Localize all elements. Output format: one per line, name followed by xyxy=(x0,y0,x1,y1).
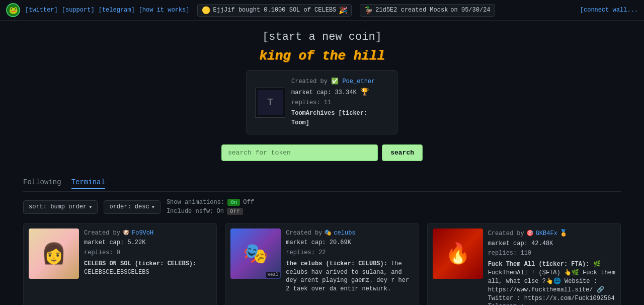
nsfw-off-toggle[interactable]: Off xyxy=(227,208,243,215)
tab-following[interactable]: Following xyxy=(23,178,61,189)
market-cap-celubs: market cap: 20.69K xyxy=(286,238,413,248)
nav-links: [twitter] [support] [telegram] [how it w… xyxy=(25,7,189,14)
tab-terminal[interactable]: Terminal xyxy=(71,178,105,189)
creator-emoji-fta: 🎯 xyxy=(526,229,534,239)
show-animations-row: Show animations: On Off xyxy=(167,199,254,206)
start-coin-button[interactable]: [start a new coin] xyxy=(262,31,382,43)
king-creator-name[interactable]: Poe_ether xyxy=(342,78,375,85)
verify-icon: ✅ xyxy=(331,78,339,85)
ticker-text-1: 21d5E2 created Moosk xyxy=(375,7,448,14)
search-button[interactable]: search xyxy=(382,144,423,161)
desc-celubs: the celubs (ticker: CELUBS): the celubs … xyxy=(286,260,413,293)
ticker-emoji-left-0: 🟡 xyxy=(202,6,210,15)
king-replies: replies: 11 xyxy=(291,98,389,108)
sort-order-button[interactable]: sort: bump order ▾ xyxy=(23,200,98,214)
king-card-image: T xyxy=(255,88,285,118)
coin-image-celebs: 👩 xyxy=(29,228,79,279)
creator-name-celubs[interactable]: celubs xyxy=(334,228,355,238)
market-cap-fta: market cap: 42.48K xyxy=(488,239,615,249)
main-content: [start a new coin] king of the hill T Cr… xyxy=(0,21,644,178)
king-card[interactable]: T Created by ✅ Poe_ether market cap: 33.… xyxy=(247,70,397,134)
king-title: king of the hill xyxy=(259,48,385,63)
king-coin-name: ToomArchives [ticker: Toom] xyxy=(291,109,389,128)
creator-name-celebs[interactable]: Fo9VoH xyxy=(132,228,153,238)
replies-celubs: replies: 22 xyxy=(286,248,413,258)
top-nav: 🐸 [twitter] [support] [telegram] [how it… xyxy=(0,0,644,21)
include-nsfw-label: Include nsfw: xyxy=(167,208,214,215)
ticker-date-1: on 05/30/24 xyxy=(450,7,490,14)
show-animations-label: Show animations: xyxy=(167,199,224,206)
how-it-works-link[interactable]: [how it works] xyxy=(139,7,190,14)
svg-text:🐸: 🐸 xyxy=(9,6,18,15)
ticker-text-0: EjjJif bought 0.1000 SOL of CELEBS xyxy=(213,7,336,14)
ticker-bold-fta: Fuck Them All (ticker: FTA): xyxy=(488,261,590,268)
twitter-link[interactable]: [twitter] xyxy=(25,7,58,14)
animations-off-toggle[interactable]: Off xyxy=(243,199,254,206)
ticker-bold-celubs: the celubs (ticker: CELUBS): xyxy=(286,260,387,267)
ticker-item-1: 🦆 21d5E2 created Moosk on 05/30/24 xyxy=(360,4,495,17)
tabs-section: Following Terminal sort: bump order ▾ or… xyxy=(15,178,629,305)
search-bar: search xyxy=(221,144,423,161)
ticker-emoji-left-1: 🦆 xyxy=(364,6,373,15)
coin-card-celubs[interactable]: 🎭 Real Created by 🎭 celubs market cap: 2… xyxy=(225,223,419,305)
support-link[interactable]: [support] xyxy=(62,7,95,14)
order-label: order: desc xyxy=(109,203,149,210)
filters-bar: sort: bump order ▾ order: desc ▾ Show an… xyxy=(23,199,621,215)
nsfw-on-toggle[interactable]: On xyxy=(217,208,224,215)
tabs: Following Terminal xyxy=(23,178,621,192)
ticker-item-0: 🟡 EjjJif bought 0.1000 SOL of CELEBS 🎉 xyxy=(197,4,352,17)
coin-image-fta: 🔥 xyxy=(433,228,483,279)
coin-body-fta: Created by 🎯 GKB4Fx 🏅 market cap: 42.48K… xyxy=(488,228,615,305)
logo-icon: 🐸 xyxy=(6,3,20,17)
creator-emoji-celubs: 🎭 xyxy=(324,228,332,238)
creator-emoji-celebs: 🐶 xyxy=(122,228,130,238)
order-chevron-icon: ▾ xyxy=(151,203,155,211)
connect-wallet-btn[interactable]: [connect wall... xyxy=(580,7,638,14)
ticker-marquee: 🟡 EjjJif bought 0.1000 SOL of CELEBS 🎉 🦆… xyxy=(197,4,572,17)
coin-card-celebs[interactable]: 👩 Created by 🐶 Fo9VoH market cap: 5.22K … xyxy=(23,223,217,305)
coin-emoji-celubs: 🎭 xyxy=(243,242,268,266)
coin-created-by-celubs: Created by 🎭 celubs xyxy=(286,228,413,238)
coin-card-fta[interactable]: 🔥 Created by 🎯 GKB4Fx 🏅 market cap: 42.4… xyxy=(427,223,621,305)
king-card-info: Created by ✅ Poe_ether market cap: 33.34… xyxy=(291,77,389,128)
desc-celebs: CELEBS ON SOL (ticker: CELEBS): CELEBSCE… xyxy=(84,260,211,277)
king-badge: 🏆 xyxy=(360,88,369,96)
nav-left: 🐸 [twitter] [support] [telegram] [how it… xyxy=(6,3,189,17)
sort-chevron-icon: ▾ xyxy=(89,203,92,211)
include-nsfw-row: Include nsfw: On Off xyxy=(167,208,254,215)
coin-body-celubs: Created by 🎭 celubs market cap: 20.69K r… xyxy=(286,228,413,305)
desc-text-celebs: CELEBSCELEBSCELEBS xyxy=(84,269,149,276)
coins-grid: 👩 Created by 🐶 Fo9VoH market cap: 5.22K … xyxy=(23,223,621,305)
real-label-celubs: Real xyxy=(266,272,280,278)
coin-image-celubs: 🎭 Real xyxy=(230,228,281,279)
order-button[interactable]: order: desc ▾ xyxy=(104,200,160,214)
coin-emoji-celebs: 👩 xyxy=(41,242,66,266)
search-input[interactable] xyxy=(221,144,378,161)
replies-fta: replies: 110 xyxy=(488,249,615,258)
coin-body-celebs: Created by 🐶 Fo9VoH market cap: 5.22K re… xyxy=(84,228,211,305)
ticker-emoji-right-0: 🎉 xyxy=(339,6,347,15)
creator-name-fta[interactable]: GKB4Fx xyxy=(536,229,557,239)
coin-emoji-fta: 🔥 xyxy=(445,242,470,266)
market-cap-celebs: market cap: 5.22K xyxy=(84,238,211,248)
animation-filter-group: Show animations: On Off Include nsfw: On… xyxy=(167,199,254,215)
animations-on-toggle[interactable]: On xyxy=(227,199,240,206)
coin-created-by-fta: Created by 🎯 GKB4Fx 🏅 xyxy=(488,228,615,239)
coin-created-by-celebs: Created by 🐶 Fo9VoH xyxy=(84,228,211,238)
telegram-link[interactable]: [telegram] xyxy=(99,7,135,14)
sort-label: sort: bump order xyxy=(29,203,87,210)
ticker-bold-celebs: CELEBS ON SOL (ticker: CELEBS): xyxy=(84,260,196,267)
king-market-cap: market cap: 33.34K 🏆 xyxy=(291,87,389,98)
svg-text:T: T xyxy=(267,97,273,108)
replies-celebs: replies: 0 xyxy=(84,248,211,258)
king-created-by: Created by ✅ Poe_ether xyxy=(291,77,389,87)
badge-fta: 🏅 xyxy=(559,228,568,239)
desc-fta: Fuck Them All (ticker: FTA): 🌿 FuckThemA… xyxy=(488,260,615,305)
